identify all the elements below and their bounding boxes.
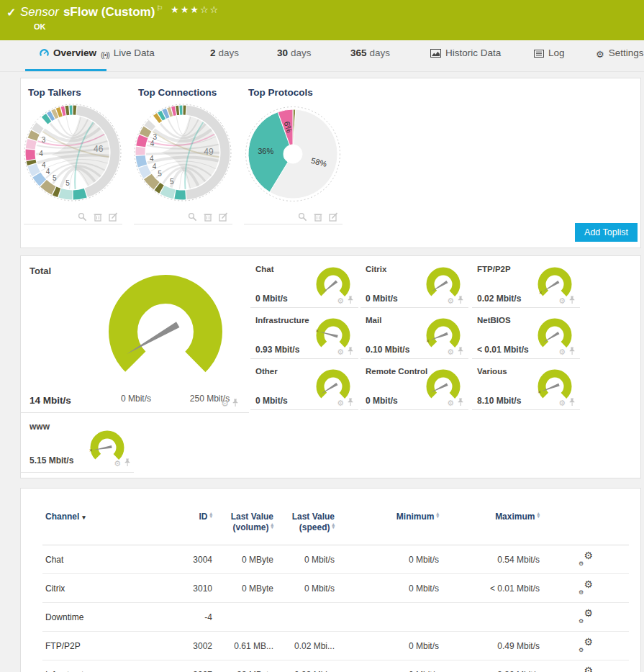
cell-channel: Chat xyxy=(42,545,168,574)
gear-icon[interactable]: ⚙ xyxy=(337,296,344,305)
cell-min: 0 Mbit/s xyxy=(337,660,442,672)
gear-icon[interactable]: ⚙ xyxy=(337,348,344,356)
svg-text:5: 5 xyxy=(53,174,57,182)
cell-min: 0 Mbit/s xyxy=(337,574,442,603)
tab-historic-data[interactable]: Historic Data xyxy=(430,47,501,60)
channel-settings-icon[interactable]: ⚙⚙ xyxy=(579,609,593,622)
gear-icon[interactable]: ⚙ xyxy=(558,296,566,305)
tab-365-days[interactable]: 365days xyxy=(350,47,390,58)
delete-icon[interactable] xyxy=(94,212,102,224)
cell-last_speed xyxy=(276,603,337,632)
table-row[interactable]: Citrix30100 MByte0 Mbit/s0 Mbit/s< 0.01 … xyxy=(42,574,629,603)
edit-icon[interactable] xyxy=(329,212,338,224)
svg-text:4: 4 xyxy=(39,150,43,158)
pin-icon[interactable] xyxy=(457,296,464,305)
gauge-value: 0.02 Mbit/s xyxy=(477,294,521,304)
tab-live-data[interactable]: ((•))Live Data xyxy=(101,47,155,59)
delete-icon[interactable] xyxy=(204,212,212,224)
column-header-id[interactable]: ID▴▾ xyxy=(168,504,215,545)
sort-toggle-icon: ▴▾ xyxy=(332,523,335,530)
gauge-title: Total xyxy=(30,265,51,276)
pin-icon[interactable] xyxy=(568,296,576,305)
toplist-title: Top Connections xyxy=(134,84,232,99)
gear-icon[interactable]: ⚙ xyxy=(221,399,229,409)
gear-icon[interactable]: ⚙ xyxy=(447,296,454,305)
table-row[interactable]: Downtime-4⚙⚙ xyxy=(42,603,629,632)
gear-icon[interactable]: ⚙ xyxy=(447,348,454,356)
priority-stars[interactable]: ★★★☆☆ xyxy=(171,4,219,15)
status-badge: OK xyxy=(34,22,46,31)
tab-2-days[interactable]: 2days xyxy=(210,47,239,58)
svg-text:✕: ✕ xyxy=(89,448,93,453)
cell-last_speed: 0 Mbit/s xyxy=(276,545,337,574)
channel-settings-icon[interactable]: ⚙⚙ xyxy=(579,552,593,565)
pin-icon[interactable] xyxy=(232,399,239,409)
svg-text:4: 4 xyxy=(42,161,46,169)
cell-max: 3.32 Mbit/s xyxy=(442,660,543,672)
gauge-title: NetBIOS xyxy=(477,316,511,324)
gauges-panel: Total 0 Mbit/s 250 Mbit/s 14 Mbit/s ⚙ Ch… xyxy=(20,255,641,478)
channel-settings-icon[interactable]: ⚙⚙ xyxy=(579,667,593,672)
table-row[interactable]: Infrastructure300733 MByte0.93 Mbi...0 M… xyxy=(42,660,629,672)
small-gauges-grid: Chat0 Mbit/s⚙Citrix0 Mbit/s⚙FTP/P2P✕0.02… xyxy=(250,263,589,416)
gear-icon[interactable]: ⚙ xyxy=(337,399,344,407)
gauge-title: Chat xyxy=(255,265,274,273)
pin-icon[interactable] xyxy=(457,348,464,356)
pin-icon[interactable] xyxy=(568,348,576,356)
pin-icon[interactable] xyxy=(347,296,354,305)
status-ok-check-icon: ✓ xyxy=(6,6,16,19)
gear-icon[interactable]: ⚙ xyxy=(447,399,454,407)
settings-icon: ⚙ xyxy=(596,49,604,60)
edit-icon[interactable] xyxy=(219,212,228,224)
top-protocols-chart[interactable]: 58%36%6% xyxy=(244,99,343,207)
flag-icon[interactable]: ⚐ xyxy=(156,4,163,12)
gear-icon[interactable]: ⚙ xyxy=(114,459,121,468)
channel-settings-icon[interactable]: ⚙⚙ xyxy=(579,581,593,594)
gauge-title: www xyxy=(30,422,50,432)
cell-min: 0 Mbit/s xyxy=(337,545,442,574)
pin-icon[interactable] xyxy=(124,459,131,468)
column-header-channel[interactable]: Channel▾ xyxy=(42,504,168,545)
gear-icon[interactable]: ⚙ xyxy=(558,348,566,356)
cell-min: 0 Mbit/s xyxy=(337,632,442,660)
sort-toggle-icon: ▴▾ xyxy=(537,512,540,519)
toplist-top-protocols: Top Protocols 58%36%6% xyxy=(244,84,343,224)
column-header-last-value-volume-[interactable]: Last Value(volume)▴▾ xyxy=(215,504,276,545)
object-type-label: Sensor xyxy=(20,5,59,19)
gauge-tile-ftp-p2p: FTP/P2P✕0.02 Mbit/s⚙ xyxy=(472,263,580,308)
channels-panel: Channel▾ID▴▾Last Value(volume)▴▾Last Val… xyxy=(20,488,641,672)
column-header-maximum[interactable]: Maximum▴▾ xyxy=(442,504,543,545)
toplist-top-talkers: Top Talkers 46554443 xyxy=(24,84,122,224)
toplist-title: Top Talkers xyxy=(24,84,122,99)
tab-overview[interactable]: Overview xyxy=(40,47,96,60)
magnifier-icon[interactable] xyxy=(298,212,307,224)
top-talkers-chart[interactable]: 46554443 xyxy=(24,99,122,207)
pin-icon[interactable] xyxy=(347,399,354,407)
column-header-last-value-speed-[interactable]: Last Value(speed)▴▾ xyxy=(276,504,337,545)
edit-icon[interactable] xyxy=(109,212,118,224)
magnifier-icon[interactable] xyxy=(188,212,197,224)
delete-icon[interactable] xyxy=(314,212,322,224)
cell-min xyxy=(337,603,442,632)
table-row[interactable]: Chat30040 MByte0 Mbit/s0 Mbit/s0.54 Mbit… xyxy=(42,545,629,574)
top-connections-chart[interactable]: 49554443 xyxy=(134,99,232,207)
cell-id: 3010 xyxy=(168,574,215,603)
log-icon xyxy=(534,49,544,60)
add-toplist-button[interactable]: Add Toplist xyxy=(575,223,638,242)
pin-icon[interactable] xyxy=(347,348,354,356)
svg-text:49: 49 xyxy=(204,147,214,157)
tab-log[interactable]: Log xyxy=(534,47,565,60)
tab-settings[interactable]: ⚙Settings xyxy=(596,47,643,60)
column-header-minimum[interactable]: Minimum▴▾ xyxy=(337,504,442,545)
tab-30-days[interactable]: 30days xyxy=(277,47,312,58)
gear-icon[interactable]: ⚙ xyxy=(558,399,566,407)
channel-settings-icon[interactable]: ⚙⚙ xyxy=(579,638,593,651)
cell-max: 0.54 Mbit/s xyxy=(442,545,543,574)
svg-text:46: 46 xyxy=(94,144,104,154)
cell-last_volume: 33 MByte xyxy=(215,660,276,672)
magnifier-icon[interactable] xyxy=(78,212,87,224)
svg-text:4: 4 xyxy=(150,140,155,147)
pin-icon[interactable] xyxy=(457,399,464,407)
table-row[interactable]: FTP/P2P30020.61 MB...0.02 Mbi...0 Mbit/s… xyxy=(42,632,629,660)
pin-icon[interactable] xyxy=(568,399,576,407)
